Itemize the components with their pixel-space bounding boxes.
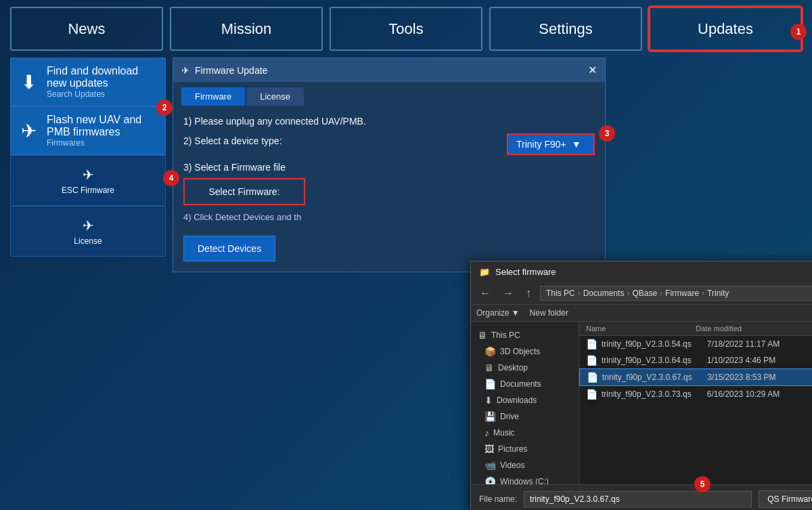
file-picker-dialog: 📁 Select firmware ✕ ← → ↑ This PC › Docu…	[470, 261, 812, 510]
dialog-title-icon: ✈	[181, 65, 189, 76]
file-picker-toolbar: ← → ↑ This PC › Documents › QBase › Firm…	[471, 282, 812, 305]
file-icon-3: 📄	[586, 389, 597, 400]
filename-input[interactable]	[524, 491, 752, 507]
organize-button[interactable]: Organize ▼	[476, 308, 520, 318]
nav-mission[interactable]: Mission	[170, 7, 323, 51]
file-row-0[interactable]: 📄 trinity_f90p_V2.3.0.54.qs 7/18/2022 11…	[579, 336, 812, 352]
top-nav: News Mission Tools Settings Updates 1	[0, 0, 812, 58]
col-date: Date modified	[696, 324, 812, 333]
file-date-1: 1/10/2023 4:46 PM	[707, 356, 812, 365]
sidebar-search-updates[interactable]: ⬇ Find and download new updates Search U…	[10, 58, 166, 106]
sidebar-license[interactable]: ✈ License	[10, 206, 166, 257]
dialog-close-button[interactable]: ✕	[588, 64, 597, 77]
file-name-3: trinity_f90p_V2.3.0.73.qs	[602, 389, 707, 399]
windows-icon: 💿	[484, 476, 496, 484]
sidebar: ⬇ Find and download new updates Search U…	[10, 58, 166, 272]
file-name-1: trinity_f90p_V2.3.0.64.qs	[602, 356, 707, 365]
file-picker-title-bar: 📁 Select firmware ✕	[471, 261, 812, 282]
file-date-2: 3/15/2023 8:53 PM	[707, 373, 812, 382]
step2-text: 2) Select a device type:	[183, 135, 282, 146]
badge-3: 3	[599, 125, 615, 142]
detect-devices-button[interactable]: Detect Devices	[183, 236, 275, 261]
tree-pictures[interactable]: 🖼 Pictures	[471, 441, 579, 457]
tree-documents[interactable]: 📄 Documents	[471, 376, 579, 392]
nav-updates[interactable]: Updates	[649, 7, 802, 51]
file-icon-2: 📄	[587, 372, 598, 383]
up-button[interactable]: ↑	[522, 286, 535, 301]
badge-2: 2	[156, 100, 173, 116]
content-area: ✈ Firmware Update ✕ Firmware License 1) …	[173, 58, 802, 272]
tree-desktop[interactable]: 🖥 Desktop	[471, 360, 579, 376]
filetype-select[interactable]: QS Firmware (*.qs)	[759, 490, 812, 508]
drive-icon: 💾	[484, 411, 496, 422]
step4-text: 4) Click Detect Devices and th	[183, 212, 595, 222]
tree-downloads[interactable]: ⬇ Downloads	[471, 392, 579, 408]
sidebar-firmwares[interactable]: ✈ Flash new UAV and PMB firmwares Firmwa…	[10, 106, 166, 155]
select-firmware-button[interactable]: Select Firmware:	[183, 178, 305, 205]
organize-chevron-icon: ▼	[512, 308, 520, 318]
step1-text: 1) Please unplug any connected UAV/PMB.	[183, 116, 595, 127]
file-picker-body: 🖥 This PC 📦 3D Objects 🖥 Desktop 📄 Docum…	[471, 322, 812, 484]
breadcrumb-firmware: Firmware	[665, 289, 699, 298]
file-row-1[interactable]: 📄 trinity_f90p_V2.3.0.64.qs 1/10/2023 4:…	[579, 352, 812, 368]
breadcrumb-trinity: Trinity	[707, 289, 729, 298]
desktop-icon: 🖥	[484, 362, 494, 373]
file-list-header: Name Date modified Type Size	[579, 322, 812, 336]
pictures-icon: 🖼	[484, 444, 494, 454]
tab-license[interactable]: License	[246, 87, 304, 106]
esc-firmware-label: ESC Firmware	[62, 186, 114, 195]
file-date-3: 6/16/2023 10:29 AM	[707, 389, 812, 399]
dialog-body: 1) Please unplug any connected UAV/PMB. …	[173, 106, 605, 272]
file-list: Name Date modified Type Size 📄 trinity_f…	[579, 322, 812, 484]
file-picker-footer: File name: QS Firmware (*.qs) Open Cance…	[471, 484, 812, 510]
forward-button[interactable]: →	[499, 286, 517, 301]
main-area: ⬇ Find and download new updates Search U…	[0, 58, 812, 272]
file-row-2[interactable]: 📄 trinity_f90p_V2.3.0.67.qs 3/15/2023 8:…	[579, 368, 812, 386]
filename-label: File name:	[479, 494, 517, 504]
license-icon: ✈	[83, 217, 94, 234]
file-name-2: trinity_f90p_V2.3.0.67.qs	[602, 373, 707, 382]
file-date-0: 7/18/2022 11:17 AM	[707, 339, 812, 349]
firmwares-main-text: Flash new UAV and PMB firmwares	[47, 114, 155, 138]
file-row-3[interactable]: 📄 trinity_f90p_V2.3.0.73.qs 6/16/2023 10…	[579, 386, 812, 402]
nav-settings[interactable]: Settings	[489, 7, 642, 51]
sidebar-esc-firmware[interactable]: ✈ ESC Firmware	[10, 155, 166, 206]
tree-3dobjects[interactable]: 📦 3D Objects	[471, 343, 579, 360]
new-folder-button[interactable]: New folder	[530, 308, 568, 318]
tab-firmware[interactable]: Firmware	[181, 87, 245, 106]
download-icon: ⬇	[21, 71, 37, 93]
esc-firmware-icon: ✈	[83, 167, 94, 183]
thispc-icon: 🖥	[478, 330, 487, 341]
file-picker-title-text: Select firmware	[495, 267, 556, 277]
downloads-icon: ⬇	[484, 395, 493, 406]
tree-music[interactable]: ♪ Music	[471, 425, 579, 441]
file-icon-1: 📄	[586, 355, 597, 366]
file-name-0: trinity_f90p_V2.3.0.54.qs	[602, 339, 707, 349]
firmware-dialog: ✈ Firmware Update ✕ Firmware License 1) …	[173, 58, 606, 272]
select-firmware-section: 3) Select a Firmware file Select Firmwar…	[183, 162, 595, 205]
breadcrumb-bar: This PC › Documents › QBase › Firmware ›…	[540, 286, 812, 301]
dialog-title-text: Firmware Update	[195, 65, 267, 76]
new-folder-label: New folder	[530, 308, 568, 318]
device-value: Trinity F90+	[516, 139, 566, 150]
search-updates-main-text: Find and download new updates	[47, 65, 155, 89]
device-dropdown[interactable]: Trinity F90+ ▼	[507, 133, 595, 155]
videos-icon: 📹	[484, 460, 496, 471]
dialog-tabs: Firmware License	[173, 82, 605, 106]
device-type-row: 2) Select a device type: Trinity F90+ ▼ …	[183, 133, 595, 155]
documents-icon: 📄	[484, 379, 496, 389]
nav-tools[interactable]: Tools	[330, 7, 482, 51]
tree-thispc[interactable]: 🖥 This PC	[471, 327, 579, 343]
tree-videos[interactable]: 📹 Videos	[471, 457, 579, 473]
back-button[interactable]: ←	[476, 286, 494, 301]
step3-label: 3) Select a Firmware file	[183, 162, 595, 173]
tree-windows-c[interactable]: 💿 Windows (C:)	[471, 473, 579, 484]
breadcrumb-qbase: QBase	[632, 289, 657, 298]
nav-news[interactable]: News	[10, 7, 163, 51]
tree-drive[interactable]: 💾 Drive	[471, 408, 579, 425]
badge-5: 5	[694, 476, 710, 492]
dropdown-chevron-icon: ▼	[572, 139, 581, 150]
breadcrumb-thispc: This PC	[546, 289, 575, 298]
badge-1: 1	[790, 24, 807, 40]
license-label: License	[74, 236, 102, 246]
